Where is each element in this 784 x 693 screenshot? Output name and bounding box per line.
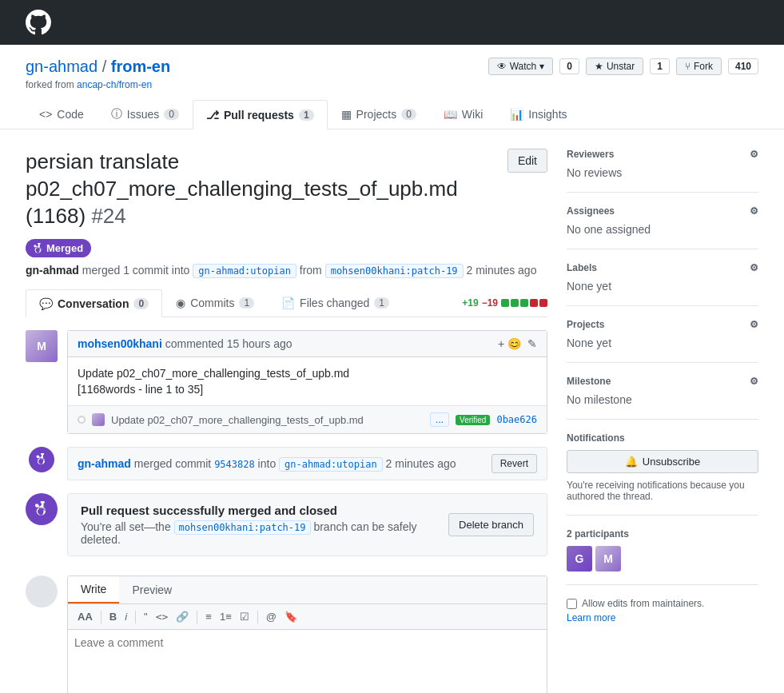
- allow-edits-checkbox[interactable]: [567, 599, 577, 609]
- merged-closed-header: Pull request successfully merged and clo…: [68, 494, 547, 556]
- merge-icon: [29, 447, 54, 472]
- conversation-icon: 💬: [39, 297, 53, 310]
- toolbar-task-btn[interactable]: ☑: [237, 607, 253, 626]
- top-nav: [0, 0, 784, 45]
- projects-gear-icon[interactable]: ⚙: [750, 319, 758, 330]
- merge-event: gn-ahmad merged commit 9543828 into gn-a…: [26, 447, 547, 480]
- toolbar-mention-btn[interactable]: @: [263, 607, 280, 626]
- tab-code[interactable]: <> Code: [26, 100, 98, 129]
- sidebar-milestone: Milestone ⚙ No milestone: [567, 376, 758, 420]
- commit-msg: Update p02_ch07_more_challenging_tests_o…: [111, 414, 424, 426]
- merge-author[interactable]: gn-ahmad: [78, 457, 131, 470]
- comment-header: mohsen00khani commented 15 hours ago + 😊…: [68, 331, 547, 357]
- toolbar-sep-1: [101, 611, 101, 623]
- emoji-button[interactable]: + 😊: [498, 337, 521, 350]
- milestone-label: Milestone ⚙: [567, 376, 758, 387]
- toolbar-bold-btn[interactable]: B: [106, 607, 120, 626]
- comment-meta: mohsen00khani commented 15 hours ago: [78, 337, 293, 350]
- preview-tab[interactable]: Preview: [119, 576, 185, 603]
- pr-branch-into[interactable]: gn-ahmad:utopian: [193, 264, 296, 278]
- commits-count: 1: [239, 297, 254, 309]
- repo-name-link[interactable]: from-en: [111, 58, 170, 75]
- merge-small-icon: [36, 453, 47, 466]
- pr-branch-from[interactable]: mohsen00khani:patch-19: [325, 264, 464, 278]
- comment-textarea[interactable]: [68, 630, 547, 693]
- toolbar-ul-btn[interactable]: ≡: [202, 607, 215, 626]
- forked-from-link[interactable]: ancap-ch/from-en: [77, 79, 152, 90]
- pr-author: gn-ahmad: [26, 264, 79, 277]
- comment-form-box: Write Preview AA B i " <> 🔗 ≡: [67, 576, 547, 693]
- participants-label: 2 participants: [567, 528, 758, 540]
- toolbar-quote-btn[interactable]: ": [141, 607, 151, 626]
- tab-issues[interactable]: ⓘ Issues 0: [98, 100, 193, 129]
- files-count: 1: [374, 297, 389, 309]
- avatar-placeholder: M: [26, 330, 58, 362]
- tab-files-changed[interactable]: 📄 Files changed 1: [268, 289, 403, 317]
- unsubscribe-button[interactable]: 🔔 Unsubscribe: [567, 450, 758, 473]
- sidebar-notifications: Notifications 🔔 Unsubscribe You're recei…: [567, 432, 758, 516]
- toolbar-heading-btn[interactable]: AA: [74, 607, 96, 626]
- projects-value: None yet: [567, 337, 611, 349]
- pr-number: #24: [91, 204, 125, 228]
- labels-gear-icon[interactable]: ⚙: [750, 262, 758, 273]
- forked-from: forked from ancap-ch/from-en: [26, 79, 170, 90]
- merge-event-text: gn-ahmad merged commit 9543828 into gn-a…: [78, 457, 456, 470]
- conversation-count: 0: [133, 298, 149, 309]
- toolbar-bookmark-btn[interactable]: 🔖: [281, 607, 300, 626]
- repo-owner-link[interactable]: gn-ahmad: [26, 58, 98, 75]
- commit-sha[interactable]: 0bae626: [496, 414, 537, 425]
- watch-button[interactable]: 👁 Watch ▾: [488, 58, 554, 75]
- merged-closed-box: Pull request successfully merged and clo…: [67, 493, 547, 556]
- write-tab[interactable]: Write: [68, 576, 119, 603]
- pr-icon: ⎇: [206, 109, 219, 121]
- toolbar-code-btn[interactable]: <>: [153, 607, 172, 626]
- merge-event-icon-wrap: [26, 447, 58, 472]
- comment-toolbar: AA B i " <> 🔗 ≡ 1≡ ☑ @ 🔖: [68, 604, 547, 630]
- pr-main: persian translate p02_ch07_more_challeng…: [26, 149, 547, 693]
- repo-title: gn-ahmad / from-en: [26, 58, 170, 76]
- comment-author[interactable]: mohsen00khani: [78, 337, 162, 350]
- tab-conversation[interactable]: 💬 Conversation 0: [26, 289, 162, 317]
- assignees-gear-icon[interactable]: ⚙: [750, 205, 758, 217]
- diff-blocks: [501, 299, 547, 307]
- merge-sha[interactable]: 9543828: [214, 459, 255, 470]
- tab-projects[interactable]: ▦ Projects 0: [328, 100, 430, 129]
- fork-icon: ⑂: [685, 61, 690, 72]
- diff-block-del-2: [539, 299, 547, 307]
- bell-icon: 🔔: [625, 456, 638, 468]
- reviewers-gear-icon[interactable]: ⚙: [750, 149, 758, 160]
- repo-actions: 👁 Watch ▾ 0 ★ Unstar 1 ⑂ Fork 410: [488, 58, 758, 75]
- commit-author-avatar: [92, 413, 105, 426]
- revert-button[interactable]: Revert: [491, 454, 537, 473]
- pr-meta-text: gn-ahmad merged 1 commit into gn-ahmad:u…: [26, 264, 536, 277]
- delete-branch-button[interactable]: Delete branch: [448, 513, 534, 536]
- milestone-value: No milestone: [567, 393, 632, 406]
- assignees-label: Assignees ⚙: [567, 205, 758, 217]
- tab-wiki[interactable]: 📖 Wiki: [430, 100, 496, 129]
- repo-nav: <> Code ⓘ Issues 0 ⎇ Pull requests 1 ▦ P…: [26, 100, 758, 129]
- tab-pull-requests[interactable]: ⎇ Pull requests 1: [193, 100, 328, 129]
- milestone-gear-icon[interactable]: ⚙: [750, 376, 758, 387]
- watch-count: 0: [559, 58, 579, 74]
- tab-commits[interactable]: ◉ Commits 1: [162, 289, 268, 317]
- commit-ellipsis[interactable]: ...: [430, 412, 449, 427]
- fork-button[interactable]: ⑂ Fork: [676, 58, 722, 75]
- toolbar-sep-4: [257, 611, 258, 623]
- toolbar-link-btn[interactable]: 🔗: [173, 607, 192, 626]
- toolbar-ol-btn[interactable]: 1≡: [217, 607, 235, 626]
- toolbar-italic-btn[interactable]: i: [121, 607, 130, 626]
- edit-comment-button[interactable]: ✎: [527, 337, 537, 350]
- github-logo-icon[interactable]: [26, 10, 51, 35]
- pr-count: 1: [299, 110, 314, 121]
- unstar-button[interactable]: ★ Unstar: [586, 58, 643, 75]
- comment-body: Update p02_ch07_more_challenging_tests_o…: [68, 357, 547, 405]
- learn-more-link[interactable]: Learn more: [567, 612, 758, 623]
- tab-insights[interactable]: 📊 Insights: [496, 100, 580, 129]
- issues-icon: ⓘ: [111, 107, 122, 121]
- participant-1[interactable]: G: [567, 546, 592, 572]
- merge-badge-icon: [34, 243, 43, 254]
- notifications-label: Notifications: [567, 432, 758, 444]
- merge-branch[interactable]: gn-ahmad:utopian: [279, 457, 383, 472]
- participant-2[interactable]: M: [595, 546, 621, 572]
- edit-button[interactable]: Edit: [507, 149, 547, 173]
